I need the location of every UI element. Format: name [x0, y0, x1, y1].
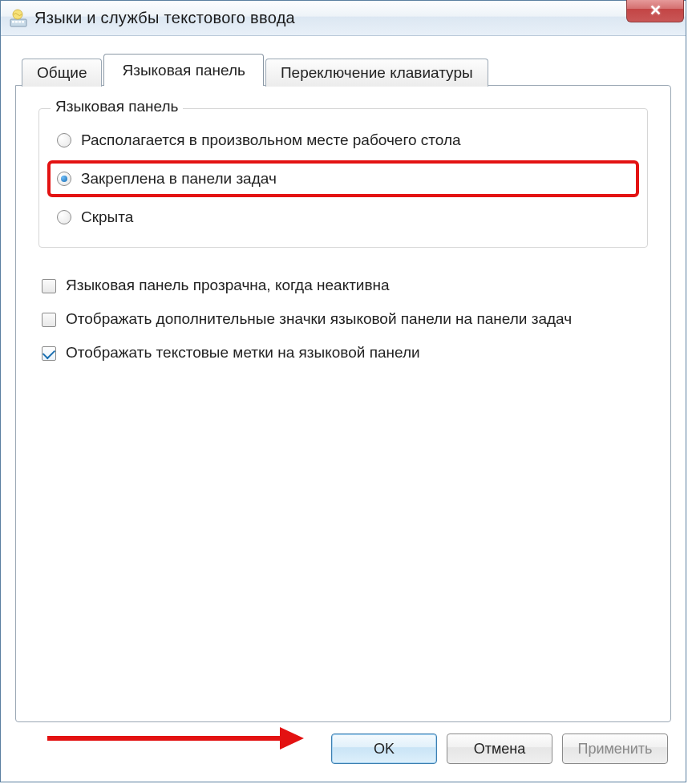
radio-label: Располагается в произвольном месте рабоч… — [81, 131, 461, 149]
tab-language-bar[interactable]: Языковая панель — [103, 54, 263, 86]
check-transparent[interactable]: Языковая панель прозрачна, когда неактив… — [38, 269, 648, 302]
close-button[interactable]: ✕ — [626, 0, 684, 22]
radio-icon — [57, 172, 71, 186]
ok-button[interactable]: OK — [331, 733, 437, 764]
titlebar: Языки и службы текстового ввода ✕ — [1, 1, 686, 36]
checkbox-icon — [42, 346, 56, 361]
checkbox-label: Отображать текстовые метки на языковой п… — [66, 344, 420, 362]
radio-label: Скрыта — [81, 208, 133, 226]
tab-keyboard-switch[interactable]: Переключение клавиатуры — [265, 59, 488, 87]
content-area: Общие Языковая панель Переключение клави… — [1, 36, 686, 782]
tab-general[interactable]: Общие — [22, 59, 102, 87]
annotation-arrow-icon — [47, 722, 304, 754]
window-title: Языки и службы текстового ввода — [34, 9, 295, 27]
app-icon — [9, 9, 28, 28]
cancel-button[interactable]: Отмена — [447, 733, 552, 764]
radio-icon — [57, 210, 71, 224]
svg-rect-4 — [22, 21, 24, 23]
checkbox-icon — [42, 279, 56, 293]
svg-rect-3 — [18, 21, 21, 23]
language-bar-group: Языковая панель Располагается в произвол… — [38, 108, 648, 248]
radio-hidden[interactable]: Скрыта — [54, 202, 633, 232]
tabstrip: Общие Языковая панель Переключение клави… — [22, 54, 671, 86]
check-extra-icons[interactable]: Отображать дополнительные значки языково… — [38, 302, 648, 336]
radio-icon — [57, 133, 71, 148]
checkbox-label: Языковая панель прозрачна, когда неактив… — [66, 277, 390, 294]
checkbox-icon — [42, 313, 56, 327]
radio-label: Закреплена в панели задач — [81, 170, 277, 188]
check-text-labels[interactable]: Отображать текстовые метки на языковой п… — [38, 336, 648, 370]
radio-floating[interactable]: Располагается в произвольном месте рабоч… — [54, 125, 633, 156]
radio-docked[interactable]: Закреплена в панели задач — [47, 160, 639, 197]
tab-panel: Языковая панель Располагается в произвол… — [15, 85, 671, 722]
svg-marker-7 — [280, 727, 304, 750]
checkbox-label: Отображать дополнительные значки языково… — [66, 310, 572, 328]
dialog-window: Языки и службы текстового ввода ✕ Общие … — [0, 0, 686, 782]
apply-button[interactable]: Применить — [562, 733, 668, 764]
svg-rect-1 — [12, 21, 14, 23]
svg-rect-2 — [15, 21, 18, 23]
button-row: OK Отмена Применить — [15, 722, 671, 767]
close-icon: ✕ — [650, 2, 662, 19]
group-title: Языковая панель — [51, 98, 183, 115]
